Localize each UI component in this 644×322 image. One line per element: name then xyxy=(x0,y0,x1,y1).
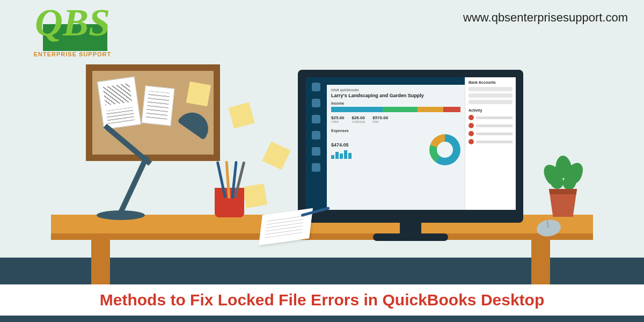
stat-sub: OPEN xyxy=(331,120,344,123)
mini-bar xyxy=(335,152,339,159)
desk-lamp xyxy=(97,107,215,220)
nav-icon xyxy=(312,115,320,123)
dashboard-screen: intuit quickbooks Larry's Landscaping an… xyxy=(305,77,516,210)
website-url: www.qbsenterprisesupport.com xyxy=(463,11,628,25)
expenses-row: $474.05 xyxy=(331,134,460,165)
right-panel: Bank Accounts Activity xyxy=(465,77,516,210)
lamp-head xyxy=(177,106,214,140)
pen-cup xyxy=(215,188,244,217)
income-bar xyxy=(331,107,460,112)
mini-bar xyxy=(348,153,352,159)
stat-overdue: $28.00OVERDUE xyxy=(352,115,365,123)
nav-icon xyxy=(312,99,320,107)
plant-leaves xyxy=(542,156,585,193)
stat-value: $28.00 xyxy=(352,115,364,120)
home-icon xyxy=(312,83,320,91)
stat-value: $25.00 xyxy=(331,115,344,120)
breadcrumb: intuit quickbooks xyxy=(331,88,460,92)
logo-subtitle: ENTERPRISE SUPPORT xyxy=(11,51,134,57)
income-stats: $25.00OPEN $28.00OVERDUE $570.00PAID xyxy=(331,115,460,123)
nav-icon xyxy=(312,147,320,156)
income-label: Income xyxy=(331,101,460,105)
monitor-bezel: intuit quickbooks Larry's Landscaping an… xyxy=(298,70,523,223)
expenses-total: $474.05 xyxy=(331,142,425,148)
article-headline: Methods to Fix Locked File Errors in Qui… xyxy=(0,284,644,316)
bar-segment xyxy=(331,107,383,112)
illustration-scene: QBS ENTERPRISE SUPPORT www.qbsenterprise… xyxy=(0,0,644,322)
monitor-stand-foot xyxy=(373,233,448,241)
logo-text: QBS xyxy=(11,5,134,40)
activity-line xyxy=(476,141,513,143)
bar-segment xyxy=(418,107,443,112)
alert-dot-icon xyxy=(469,131,474,136)
nav-icon xyxy=(312,131,320,140)
stat-paid: $570.00PAID xyxy=(372,115,388,123)
mini-bar-chart xyxy=(331,149,425,159)
bank-accounts-heading: Bank Accounts xyxy=(469,80,513,84)
lamp-arm xyxy=(104,123,152,165)
activity-item xyxy=(469,139,513,144)
desk-edge xyxy=(51,233,593,240)
monitor-stand-neck xyxy=(400,219,421,235)
mini-bar xyxy=(331,155,334,159)
activity-item xyxy=(469,131,513,136)
activity-item xyxy=(469,115,513,120)
expenses-left: $474.05 xyxy=(331,141,425,159)
account-row xyxy=(469,93,513,98)
mini-bar xyxy=(340,153,343,159)
expenses-label: Expenses xyxy=(331,129,460,133)
activity-item xyxy=(469,123,513,128)
account-row xyxy=(469,87,513,91)
brand-logo: QBS ENTERPRISE SUPPORT xyxy=(11,5,134,70)
activity-line xyxy=(476,116,513,119)
nav-icon xyxy=(312,163,320,172)
activity-line xyxy=(476,133,513,135)
monitor: intuit quickbooks Larry's Landscaping an… xyxy=(298,70,523,223)
donut-chart xyxy=(429,134,460,165)
company-title: Larry's Landscaping and Garden Supply xyxy=(331,93,460,98)
sticky-note-icon xyxy=(186,82,211,106)
alert-dot-icon xyxy=(469,115,474,120)
bar-segment xyxy=(443,107,460,112)
window-topbar xyxy=(327,77,465,85)
alert-dot-icon xyxy=(469,139,474,144)
bar-segment xyxy=(383,107,417,112)
stat-open: $25.00OPEN xyxy=(331,115,344,123)
sticky-note-icon xyxy=(243,184,267,208)
lamp-arm xyxy=(117,155,149,216)
account-row xyxy=(469,100,513,104)
activity-heading: Activity xyxy=(469,108,513,112)
sidebar xyxy=(305,77,327,210)
stat-sub: OVERDUE xyxy=(352,120,365,123)
alert-dot-icon xyxy=(469,123,474,128)
stat-value: $570.00 xyxy=(372,115,388,120)
main-content: intuit quickbooks Larry's Landscaping an… xyxy=(327,77,465,210)
mini-bar xyxy=(344,150,347,159)
activity-line xyxy=(476,125,513,127)
stat-sub: PAID xyxy=(372,120,388,123)
